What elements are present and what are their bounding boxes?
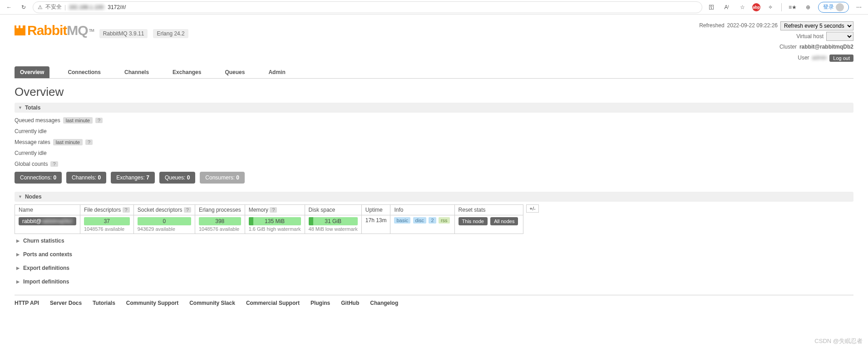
help-icon[interactable]: ? [85,139,93,145]
fd-bar: 37 [84,217,130,225]
browser-actions: ⚿ A⁾ ☆ abp ✧ ≡★ ⊕ 登录 ⋯ [706,2,864,13]
favorites-bar-icon[interactable]: ≡★ [787,2,798,13]
table-header-row: Name File descriptors ? Socket descripto… [15,205,523,215]
more-icon[interactable]: ⋯ [853,2,864,13]
counter-exchanges[interactable]: Exchanges: 7 [111,172,155,184]
last-minute-tag[interactable]: last minute [63,117,93,124]
footer-server-docs[interactable]: Server Docs [50,300,82,306]
warning-icon: ⚠ [38,4,43,10]
info-2: 2 [429,217,436,224]
chevron-right-icon: ▶ [16,266,20,270]
key-icon[interactable]: ⚿ [706,2,717,13]
section-import[interactable]: ▶Import definitions [15,275,853,288]
queued-messages-row: Queued messages last minute ? [15,117,853,124]
col-reset: Reset stats [454,205,523,215]
chevron-right-icon: ▶ [16,252,20,257]
user-label: User [798,53,809,63]
section-churn[interactable]: ▶Churn statistics [15,234,853,248]
footer-links: HTTP API Server Docs Tutorials Community… [15,295,853,306]
last-minute-tag-2[interactable]: last minute [53,139,83,145]
refreshed-time: 2022-09-22 09:22:26 [727,21,778,31]
table-row: rabbit@rabbitmqDb2 371048576 available 0… [15,215,523,234]
info-cell: basic disc 2 rss [390,215,454,234]
erlang-version: Erlang 24.2 [153,29,188,38]
idle-2: Currently idle [15,150,853,156]
info-basic: basic [394,217,410,224]
columns-toggle[interactable]: +/- [526,204,538,213]
col-mem: Memory ? [245,205,305,215]
mem-sub: 1.6 GiB high watermark [249,226,301,232]
col-info: Info [390,205,454,215]
address-bar[interactable]: ⚠ 不安全 | 192.168.1.100: 3172/#/ [33,1,702,13]
nodes-table: Name File descriptors ? Socket descripto… [15,204,523,234]
chevron-down-icon: ▼ [18,194,22,199]
reset-cell: This node All nodes [454,215,523,234]
vhost-select[interactable] [826,32,853,41]
footer-http-api[interactable]: HTTP API [15,300,39,306]
chevron-right-icon: ▶ [16,239,20,243]
counter-consumers[interactable]: Consumers: 0 [200,172,245,184]
favorite-icon[interactable]: ☆ [737,2,748,13]
section-totals[interactable]: ▼ Totals [15,103,853,113]
counter-connections[interactable]: Connections: 0 [15,172,62,184]
disk-bar: 31 GiB [309,217,358,225]
footer-community-slack[interactable]: Community Slack [189,300,235,306]
col-uptime: Uptime [361,205,390,215]
footer-tutorials[interactable]: Tutorials [93,300,115,306]
help-icon[interactable]: ? [95,118,103,123]
main-tabs: Overview Connections Channels Exchanges … [15,66,853,79]
extension-icon[interactable]: ✧ [765,2,776,13]
col-disk: Disk space [305,205,361,215]
tab-exchanges[interactable]: Exchanges [167,66,207,78]
help-icon[interactable]: ? [184,207,191,213]
footer-changelog[interactable]: Changelog [370,300,398,306]
reset-this-node-button[interactable]: This node [459,217,488,225]
page-title: Overview [15,85,853,99]
ep-bar: 398 [199,217,241,225]
help-icon[interactable]: ? [270,207,277,213]
tab-connections[interactable]: Connections [62,66,106,78]
back-button[interactable]: ← [4,2,15,13]
footer-github[interactable]: GitHub [341,300,359,306]
refresh-button[interactable]: ↻ [18,2,29,13]
counter-channels[interactable]: Channels: 0 [66,172,106,184]
rabbitmq-version: RabbitMQ 3.9.11 [99,29,148,38]
refresh-interval-select[interactable]: Refresh every 5 seconds [780,21,853,30]
tab-admin[interactable]: Admin [263,66,291,78]
browser-toolbar: ← ↻ ⚠ 不安全 | 192.168.1.100: 3172/#/ ⚿ A⁾ … [0,0,868,15]
global-counts-row: Global counts ? [15,161,853,167]
disk-sub: 48 MiB low watermark [309,226,358,232]
footer-plugins[interactable]: Plugins [311,300,330,306]
help-icon[interactable]: ? [123,207,130,213]
section-export[interactable]: ▶Export definitions [15,261,853,275]
abp-icon[interactable]: abp [752,3,760,11]
user-value: admin [812,53,827,63]
rabbitmq-logo: RabbitMQTM [15,23,94,38]
section-nodes[interactable]: ▼ Nodes [15,192,853,202]
info-disc: disc [413,217,427,224]
sd-bar: 0 [138,217,191,225]
col-name: Name [15,205,80,215]
fd-sub: 1048576 available [84,226,130,232]
help-icon[interactable]: ? [50,161,58,167]
uptime-cell: 17h 13m [361,215,390,234]
refreshed-label: Refreshed [699,21,724,31]
tab-channels[interactable]: Channels [119,66,154,78]
tab-overview[interactable]: Overview [15,66,49,78]
global-counters: Connections: 0 Channels: 0 Exchanges: 7 … [15,172,853,184]
section-ports[interactable]: ▶Ports and contexts [15,248,853,261]
reset-all-nodes-button[interactable]: All nodes [490,217,518,225]
browser-login-button[interactable]: 登录 [818,2,849,13]
collections-icon[interactable]: ⊕ [803,2,814,13]
col-sd: Socket descriptors ? [133,205,195,215]
chevron-right-icon: ▶ [16,279,20,284]
counter-queues[interactable]: Queues: 0 [159,172,195,184]
footer-commercial-support[interactable]: Commercial Support [246,300,300,306]
info-rss: rss [439,217,450,224]
node-name-badge[interactable]: rabbit@rabbitmqDb2 [19,217,76,225]
logout-button[interactable]: Log out [829,55,853,62]
footer-community-support[interactable]: Community Support [126,300,178,306]
rabbit-icon [15,25,25,35]
tab-queues[interactable]: Queues [219,66,250,78]
read-aloud-icon[interactable]: A⁾ [721,2,732,13]
